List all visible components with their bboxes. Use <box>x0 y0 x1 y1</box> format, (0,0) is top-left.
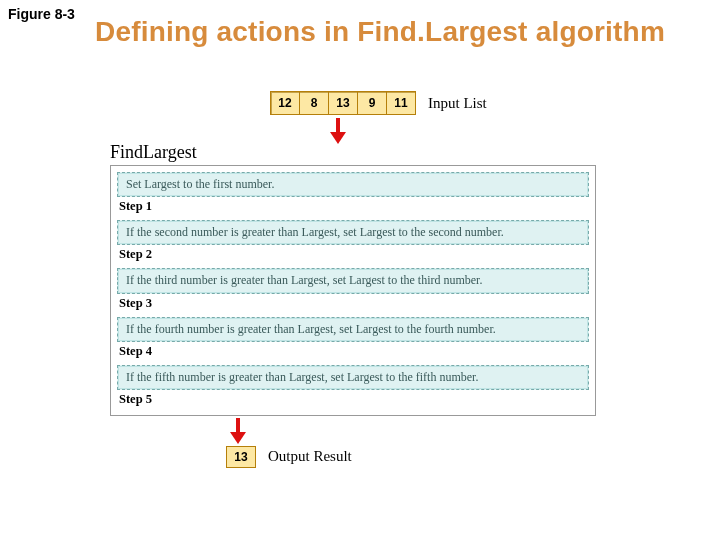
input-list-label: Input List <box>428 95 487 112</box>
algorithm-frame: Set Largest to the first number. Step 1 … <box>110 165 596 416</box>
input-cell: 8 <box>300 92 329 114</box>
step-label: Step 5 <box>119 392 589 407</box>
output-row: 13 Output Result <box>226 446 610 468</box>
page-title: Defining actions in Find.Largest algorit… <box>95 16 700 48</box>
input-row: 12 8 13 9 11 Input List <box>270 90 610 116</box>
arrow-down-icon <box>330 118 346 144</box>
step-box: If the second number is greater than Lar… <box>117 220 589 245</box>
step-box: If the fifth number is greater than Larg… <box>117 365 589 390</box>
step-label: Step 2 <box>119 247 589 262</box>
output-box: 13 <box>226 446 256 468</box>
step-box: If the third number is greater than Larg… <box>117 268 589 293</box>
algorithm-name: FindLargest <box>110 142 610 163</box>
step-box: Set Largest to the first number. <box>117 172 589 197</box>
input-cell: 13 <box>329 92 358 114</box>
figure-label: Figure 8-3 <box>8 6 75 22</box>
arrow-down-icon <box>230 418 246 444</box>
step-label: Step 3 <box>119 296 589 311</box>
step-label: Step 4 <box>119 344 589 359</box>
input-list-box: 12 8 13 9 11 <box>270 91 416 115</box>
step-box: If the fourth number is greater than Lar… <box>117 317 589 342</box>
output-label: Output Result <box>268 448 352 465</box>
diagram: 12 8 13 9 11 Input List FindLargest Set … <box>110 90 610 468</box>
input-cell: 12 <box>271 92 300 114</box>
input-cell: 9 <box>358 92 387 114</box>
step-label: Step 1 <box>119 199 589 214</box>
input-cell: 11 <box>387 92 415 114</box>
